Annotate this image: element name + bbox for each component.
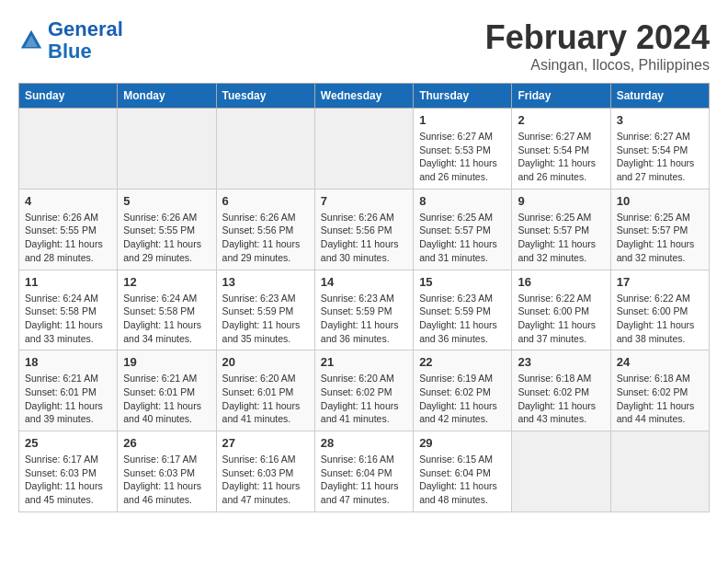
day-info: Sunrise: 6:24 AM Sunset: 5:58 PM Dayligh… — [123, 292, 210, 346]
day-info: Sunrise: 6:26 AM Sunset: 5:55 PM Dayligh… — [123, 211, 210, 265]
calendar-cell: 6Sunrise: 6:26 AM Sunset: 5:56 PM Daylig… — [216, 189, 314, 270]
day-info: Sunrise: 6:22 AM Sunset: 6:00 PM Dayligh… — [617, 292, 703, 346]
day-number: 23 — [518, 355, 604, 369]
calendar-week-row: 18Sunrise: 6:21 AM Sunset: 6:01 PM Dayli… — [19, 350, 710, 431]
calendar-cell: 4Sunrise: 6:26 AM Sunset: 5:55 PM Daylig… — [19, 189, 118, 270]
day-info: Sunrise: 6:27 AM Sunset: 5:54 PM Dayligh… — [518, 130, 604, 184]
day-number: 22 — [419, 355, 506, 369]
day-number: 17 — [617, 275, 703, 289]
day-number: 9 — [518, 194, 604, 208]
day-info: Sunrise: 6:26 AM Sunset: 5:56 PM Dayligh… — [222, 211, 309, 265]
day-info: Sunrise: 6:19 AM Sunset: 6:02 PM Dayligh… — [419, 372, 506, 426]
calendar-week-row: 4Sunrise: 6:26 AM Sunset: 5:55 PM Daylig… — [19, 189, 710, 270]
calendar-cell — [118, 109, 216, 190]
day-info: Sunrise: 6:18 AM Sunset: 6:02 PM Dayligh… — [518, 372, 604, 426]
day-info: Sunrise: 6:21 AM Sunset: 6:01 PM Dayligh… — [123, 372, 210, 426]
day-number: 27 — [222, 436, 309, 450]
location-subtitle: Asingan, Ilocos, Philippines — [485, 57, 710, 74]
header-day-tuesday: Tuesday — [216, 84, 314, 109]
day-number: 13 — [222, 275, 309, 289]
day-number: 16 — [518, 275, 604, 289]
calendar-cell: 27Sunrise: 6:16 AM Sunset: 6:03 PM Dayli… — [216, 431, 314, 512]
day-info: Sunrise: 6:23 AM Sunset: 5:59 PM Dayligh… — [419, 292, 506, 346]
day-number: 24 — [617, 355, 703, 369]
calendar-week-row: 25Sunrise: 6:17 AM Sunset: 6:03 PM Dayli… — [19, 431, 710, 512]
calendar-cell: 10Sunrise: 6:25 AM Sunset: 5:57 PM Dayli… — [610, 189, 709, 270]
logo-icon — [18, 28, 44, 53]
day-info: Sunrise: 6:23 AM Sunset: 5:59 PM Dayligh… — [321, 292, 407, 346]
day-info: Sunrise: 6:25 AM Sunset: 5:57 PM Dayligh… — [518, 211, 604, 265]
day-number: 18 — [25, 355, 111, 369]
calendar-cell: 28Sunrise: 6:16 AM Sunset: 6:04 PM Dayli… — [314, 431, 413, 512]
day-info: Sunrise: 6:25 AM Sunset: 5:57 PM Dayligh… — [617, 211, 703, 265]
calendar-cell: 19Sunrise: 6:21 AM Sunset: 6:01 PM Dayli… — [118, 350, 216, 431]
calendar-week-row: 1Sunrise: 6:27 AM Sunset: 5:53 PM Daylig… — [19, 109, 710, 190]
day-info: Sunrise: 6:20 AM Sunset: 6:01 PM Dayligh… — [222, 372, 309, 426]
calendar-cell — [314, 109, 413, 190]
day-info: Sunrise: 6:15 AM Sunset: 6:04 PM Dayligh… — [419, 453, 506, 507]
calendar-cell: 24Sunrise: 6:18 AM Sunset: 6:02 PM Dayli… — [610, 350, 709, 431]
day-info: Sunrise: 6:27 AM Sunset: 5:54 PM Dayligh… — [617, 130, 703, 184]
day-number: 7 — [321, 194, 407, 208]
day-number: 3 — [617, 113, 703, 127]
calendar-cell: 23Sunrise: 6:18 AM Sunset: 6:02 PM Dayli… — [512, 350, 610, 431]
calendar-cell: 13Sunrise: 6:23 AM Sunset: 5:59 PM Dayli… — [216, 270, 314, 350]
calendar-cell: 16Sunrise: 6:22 AM Sunset: 6:00 PM Dayli… — [512, 270, 610, 350]
day-number: 14 — [321, 275, 407, 289]
calendar-cell: 7Sunrise: 6:26 AM Sunset: 5:56 PM Daylig… — [314, 189, 413, 270]
day-number: 5 — [123, 194, 210, 208]
day-info: Sunrise: 6:22 AM Sunset: 6:00 PM Dayligh… — [518, 292, 604, 346]
header-day-thursday: Thursday — [414, 84, 512, 109]
day-number: 6 — [222, 194, 309, 208]
day-number: 2 — [518, 113, 604, 127]
calendar-cell — [610, 431, 709, 512]
header-day-friday: Friday — [512, 84, 610, 109]
calendar-cell: 20Sunrise: 6:20 AM Sunset: 6:01 PM Dayli… — [216, 350, 314, 431]
day-number: 29 — [419, 436, 506, 450]
day-info: Sunrise: 6:17 AM Sunset: 6:03 PM Dayligh… — [123, 453, 210, 507]
day-number: 1 — [419, 113, 506, 127]
calendar-cell: 5Sunrise: 6:26 AM Sunset: 5:55 PM Daylig… — [118, 189, 216, 270]
day-number: 4 — [25, 194, 111, 208]
header-day-sunday: Sunday — [19, 84, 118, 109]
calendar-table: SundayMondayTuesdayWednesdayThursdayFrid… — [18, 83, 710, 512]
day-info: Sunrise: 6:17 AM Sunset: 6:03 PM Dayligh… — [25, 453, 111, 507]
title-section: February 2024 Asingan, Ilocos, Philippin… — [485, 18, 710, 74]
calendar-week-row: 11Sunrise: 6:24 AM Sunset: 5:58 PM Dayli… — [19, 270, 710, 350]
day-info: Sunrise: 6:25 AM Sunset: 5:57 PM Dayligh… — [419, 211, 506, 265]
calendar-cell: 12Sunrise: 6:24 AM Sunset: 5:58 PM Dayli… — [118, 270, 216, 350]
calendar-cell: 17Sunrise: 6:22 AM Sunset: 6:00 PM Dayli… — [610, 270, 709, 350]
day-info: Sunrise: 6:26 AM Sunset: 5:56 PM Dayligh… — [321, 211, 407, 265]
calendar-cell: 3Sunrise: 6:27 AM Sunset: 5:54 PM Daylig… — [610, 109, 709, 190]
header-day-saturday: Saturday — [610, 84, 709, 109]
day-info: Sunrise: 6:23 AM Sunset: 5:59 PM Dayligh… — [222, 292, 309, 346]
day-number: 28 — [321, 436, 407, 450]
day-number: 8 — [419, 194, 506, 208]
day-info: Sunrise: 6:21 AM Sunset: 6:01 PM Dayligh… — [25, 372, 111, 426]
calendar-cell: 11Sunrise: 6:24 AM Sunset: 5:58 PM Dayli… — [19, 270, 118, 350]
calendar-cell: 2Sunrise: 6:27 AM Sunset: 5:54 PM Daylig… — [512, 109, 610, 190]
calendar-cell: 1Sunrise: 6:27 AM Sunset: 5:53 PM Daylig… — [414, 109, 512, 190]
calendar-cell: 22Sunrise: 6:19 AM Sunset: 6:02 PM Dayli… — [414, 350, 512, 431]
day-info: Sunrise: 6:24 AM Sunset: 5:58 PM Dayligh… — [25, 292, 111, 346]
calendar-cell: 15Sunrise: 6:23 AM Sunset: 5:59 PM Dayli… — [414, 270, 512, 350]
day-number: 26 — [123, 436, 210, 450]
calendar-cell: 26Sunrise: 6:17 AM Sunset: 6:03 PM Dayli… — [118, 431, 216, 512]
calendar-cell — [512, 431, 610, 512]
calendar-cell: 18Sunrise: 6:21 AM Sunset: 6:01 PM Dayli… — [19, 350, 118, 431]
calendar-cell: 21Sunrise: 6:20 AM Sunset: 6:02 PM Dayli… — [314, 350, 413, 431]
logo: General Blue — [18, 18, 123, 63]
day-number: 20 — [222, 355, 309, 369]
day-number: 25 — [25, 436, 111, 450]
month-title: February 2024 — [485, 18, 710, 57]
day-info: Sunrise: 6:20 AM Sunset: 6:02 PM Dayligh… — [321, 372, 407, 426]
calendar-cell: 25Sunrise: 6:17 AM Sunset: 6:03 PM Dayli… — [19, 431, 118, 512]
day-number: 15 — [419, 275, 506, 289]
calendar-cell — [216, 109, 314, 190]
calendar-cell: 8Sunrise: 6:25 AM Sunset: 5:57 PM Daylig… — [414, 189, 512, 270]
day-number: 12 — [123, 275, 210, 289]
logo-text: General Blue — [48, 18, 123, 63]
day-number: 11 — [25, 275, 111, 289]
day-info: Sunrise: 6:16 AM Sunset: 6:04 PM Dayligh… — [321, 453, 407, 507]
day-info: Sunrise: 6:16 AM Sunset: 6:03 PM Dayligh… — [222, 453, 309, 507]
